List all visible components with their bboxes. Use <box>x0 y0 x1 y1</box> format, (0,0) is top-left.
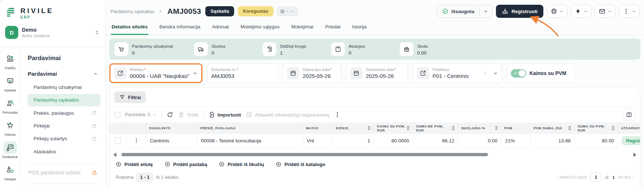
chevron-down-icon[interactable] <box>493 71 498 76</box>
add-line-button[interactable]: Pridėti eilutę <box>116 161 153 167</box>
sidebar-item-ataskaitos[interactable]: Ataskaitos <box>28 146 100 158</box>
rail-item-pradzia[interactable]: Pradžia <box>3 52 17 70</box>
tab-istorija[interactable]: Istorija <box>351 22 367 35</box>
col-suma-su-pvm[interactable]: SUMA SU PVM, EURΣ <box>575 122 618 134</box>
next-page-button[interactable]: KITAS › <box>618 175 634 180</box>
cell-kaina-su-pvm[interactable]: 80.0000 <box>374 134 413 147</box>
cell-suma-su-pvm[interactable]: 80.00 <box>575 134 618 147</box>
quick-actions-dropdown-button[interactable] <box>571 5 591 18</box>
saved-split-button[interactable]: Išsaugota <box>437 5 492 18</box>
rail-item-pirkimai[interactable]: Pirkimai <box>3 119 17 137</box>
rail-item-personalas[interactable]: Personalas <box>2 97 18 114</box>
summary-card-siuntos[interactable]: Siuntos 0 <box>194 42 252 56</box>
refresh-button[interactable] <box>167 111 173 118</box>
col-padalinys[interactable]: PADALINYS <box>146 122 197 134</box>
more-dropdown-button[interactable] <box>619 5 640 18</box>
filters-button[interactable]: Filtrai <box>114 91 146 103</box>
calendar-icon[interactable] <box>353 70 360 76</box>
summary-card-pardavimu-uzsakymai[interactable]: Pardavimų užsakymai 0 <box>115 42 183 56</box>
sum-icon[interactable]: Σ <box>406 125 410 131</box>
external-link-icon[interactable] <box>117 70 124 76</box>
sum-icon[interactable]: Σ <box>494 125 498 131</box>
import-button[interactable]: Importuoti <box>209 111 241 118</box>
col-pvm[interactable]: PVM <box>501 122 531 134</box>
scrollbar-thumb[interactable] <box>121 153 488 156</box>
scroll-left-arrow[interactable] <box>113 153 116 157</box>
col-suma-be-pvm[interactable]: SUMA BE PVM, EURΣ <box>413 122 458 134</box>
page-input[interactable] <box>590 172 601 182</box>
sum-icon[interactable]: Σ <box>567 125 572 131</box>
tab-mokejimai[interactable]: Mokėjimai <box>291 22 314 35</box>
column-settings-button[interactable] <box>622 109 636 121</box>
scroll-right-arrow[interactable] <box>633 153 636 157</box>
horizontal-scrollbar[interactable] <box>113 152 637 158</box>
chevron-down-icon[interactable] <box>193 71 198 76</box>
padalinys-field[interactable]: Padalinys P01 - Centrinis <box>413 63 502 83</box>
tab-priedai[interactable]: Priedai <box>324 22 341 35</box>
submenu-section-pardavimai[interactable]: Pardavimai <box>28 71 100 77</box>
tab-bendra-informacija[interactable]: Bendra informacija <box>159 22 201 35</box>
tab-detalios-eilutes[interactable]: Detalios eilutės <box>111 22 148 35</box>
prev-page-button[interactable]: ‹ ANKSTESNIS <box>556 175 587 180</box>
user-switcher[interactable]: D Demo Aušra Juodienė <box>5 26 100 39</box>
summary-card-didzioji-knyga[interactable]: Didžioji knyga 1 <box>263 42 320 56</box>
row-checkbox[interactable] <box>115 138 121 144</box>
sidebar-item-pardavimu-saskaitos[interactable]: Pardavimų sąskaitos <box>28 94 100 106</box>
rail-item-pardavimai[interactable]: Pardavimai <box>2 141 18 159</box>
sidebar-item-prekes-paslaugos[interactable]: Prekės, paslaugos <box>28 107 100 119</box>
register-button[interactable]: Registruoti <box>496 5 543 18</box>
table-row[interactable]: Centrinis 00008 - Teisinė konsultacija V… <box>110 134 640 147</box>
cell-pvm-suma[interactable]: 13.88 <box>531 134 575 147</box>
cell-suma-be-pvm[interactable]: 66.12 <box>413 134 458 147</box>
col-matas[interactable]: MATAS <box>303 122 333 134</box>
summary-card-skola[interactable]: Skola 0.00 <box>400 42 457 56</box>
add-from-catalog-button[interactable]: Pridėti iš katalogo <box>276 161 325 167</box>
cell-padalinys[interactable]: Centrinis <box>146 134 197 147</box>
select-all-checkbox[interactable] <box>114 112 120 118</box>
delete-button[interactable]: Trinti <box>178 111 199 118</box>
user-sort-icon[interactable] <box>94 30 100 35</box>
print-dropdown-button[interactable] <box>547 5 567 18</box>
col-pvm-suma[interactable]: PVM SUMA, EUIΣ <box>531 122 575 134</box>
add-from-stock-button[interactable]: Pridėti iš likučių <box>219 161 264 167</box>
kainos-su-pvm-toggle[interactable] <box>511 69 526 78</box>
add-note-button[interactable]: Pridėti pastabą <box>164 161 207 167</box>
cell-pvm[interactable]: 21% <box>501 134 531 147</box>
col-kiekis[interactable]: KIEKISΣ <box>333 122 374 134</box>
toolbar-more-button[interactable] <box>334 111 341 118</box>
sidebar-item-pirkejai[interactable]: Pirkėjai <box>28 120 100 132</box>
calendar-icon[interactable] <box>290 70 296 76</box>
logo[interactable]: RIVILE ERP <box>5 7 100 19</box>
sum-icon[interactable]: Σ <box>451 125 455 131</box>
operacijos-data-field[interactable]: Operacijos data* 2025-05-26 <box>283 63 341 83</box>
tab-adresai[interactable]: Adresai <box>212 22 230 35</box>
klientas-field[interactable]: Klientas* 00004 - UAB "Naujokas" <box>109 63 202 83</box>
col-nuolaida[interactable]: NUOLAIDA %Σ <box>458 122 501 134</box>
clear-icon[interactable] <box>483 71 488 75</box>
dokumento-data-field[interactable]: Dokumento data* 2025-05-26 <box>346 63 408 83</box>
cell-preke-paslauga[interactable]: 00008 - Teisinė konsultacija <box>197 134 303 147</box>
breadcrumb-parent[interactable]: Pardavimų sąskaitos <box>110 9 154 14</box>
sum-icon[interactable]: Σ <box>366 125 371 131</box>
sidebar-item-pirkeju-sutartys[interactable]: Pirkėjų sutartys <box>28 133 100 145</box>
sum-icon[interactable]: Σ <box>610 125 615 131</box>
cell-matas[interactable]: Vnt <box>303 134 333 147</box>
col-atsargos[interactable]: ATSARGOS <box>618 122 640 134</box>
row-kebab-icon[interactable] <box>133 138 139 143</box>
selected-count-dropdown[interactable]: Pasirinkta: 0 <box>125 112 157 117</box>
rail-item-apskaita[interactable]: Apskaita <box>3 75 17 92</box>
external-link-icon[interactable] <box>420 70 426 76</box>
col-kaina-su-pvm[interactable]: KAINA SU PVM, EURΣ <box>374 122 413 134</box>
dokumento-nr-field[interactable]: Dokumento nr.* AMJ0053 <box>207 63 278 83</box>
col-preke-paslauga[interactable]: PREKĖ, PASLAUGA <box>197 122 303 134</box>
cell-kiekis[interactable]: 1 <box>333 134 374 147</box>
saved-dropdown-caret[interactable] <box>479 6 492 17</box>
sidebar-item-pardavimu-uzsakymai[interactable]: Pardavimų užsakymai <box>28 81 100 93</box>
cancel-registration-button[interactable]: Atšaukti eilutės(čių) registravimą <box>246 111 329 118</box>
rail-item-atsargos[interactable]: Atsargos <box>3 164 17 181</box>
cell-nuolaida[interactable]: 0.00 <box>458 134 501 147</box>
summary-card-atsargos[interactable]: Atsargos 0 <box>331 42 389 56</box>
tab-mokejimo-salygos[interactable]: Mokėjimo sąlygos <box>240 22 280 35</box>
email-dropdown-button[interactable] <box>595 5 616 18</box>
flag-select[interactable]: - <box>277 7 298 16</box>
